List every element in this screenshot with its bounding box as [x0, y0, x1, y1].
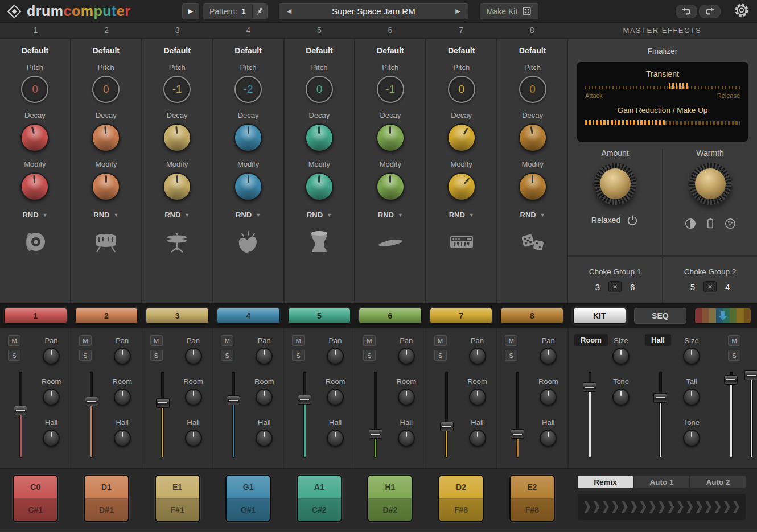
solo-button[interactable]: S: [505, 350, 517, 361]
keys-icon[interactable]: [447, 226, 476, 258]
solo-button[interactable]: S: [221, 350, 233, 361]
solo-button[interactable]: S: [79, 350, 92, 361]
mute-button[interactable]: M: [79, 335, 92, 346]
play-button[interactable]: ▶: [182, 3, 199, 19]
hall-send-knob[interactable]: [327, 430, 344, 447]
note-pad-1[interactable]: C0C#1: [13, 475, 58, 522]
hall-send-knob[interactable]: [398, 430, 415, 447]
volume-fader[interactable]: [226, 372, 241, 458]
volume-fader[interactable]: [439, 372, 454, 458]
channel-tab-2[interactable]: 2: [75, 308, 138, 324]
djembe-icon[interactable]: [305, 226, 334, 258]
room-send-knob[interactable]: [114, 389, 131, 406]
remix-pattern-display[interactable]: [578, 494, 746, 520]
solo-button[interactable]: S: [292, 350, 305, 361]
volume-fader[interactable]: [368, 372, 383, 458]
decay-knob[interactable]: [20, 123, 49, 152]
choke-1-right-value[interactable]: 6: [630, 282, 635, 292]
settings-button[interactable]: [733, 2, 750, 20]
modify-knob[interactable]: [447, 172, 476, 201]
remix-button[interactable]: Remix: [578, 476, 633, 488]
pitch-knob[interactable]: 0: [92, 76, 120, 103]
contrast-icon[interactable]: [684, 217, 697, 230]
redo-button[interactable]: [699, 5, 721, 18]
volume-fader[interactable]: [155, 372, 170, 458]
engine-preset[interactable]: Default: [519, 46, 546, 55]
snare-drum-icon[interactable]: [91, 226, 121, 258]
hall-send-knob[interactable]: [256, 430, 273, 447]
modify-knob[interactable]: [20, 172, 49, 201]
dotted-ball-icon[interactable]: [724, 217, 737, 230]
pan-knob[interactable]: [540, 348, 557, 365]
note-pad-3[interactable]: E1F#1: [155, 475, 200, 522]
rnd-dropdown[interactable]: RND▼: [164, 211, 190, 219]
engine-preset[interactable]: Default: [93, 46, 120, 55]
choke-1-clear-button[interactable]: ×: [608, 281, 622, 292]
room-send-knob[interactable]: [43, 389, 60, 406]
mute-button[interactable]: M: [434, 335, 447, 346]
master-right-fader[interactable]: [744, 372, 757, 458]
pattern-pin-button[interactable]: [252, 4, 267, 19]
room-return-header[interactable]: Room: [574, 334, 608, 346]
room-size-knob[interactable]: [612, 348, 630, 365]
channel-tab-1[interactable]: 1: [4, 308, 67, 324]
room-send-knob[interactable]: [185, 389, 202, 406]
engine-preset[interactable]: Default: [448, 46, 475, 55]
note-pad-2[interactable]: D1D#1: [84, 475, 129, 522]
modify-knob[interactable]: [305, 172, 334, 201]
channel-tab-6[interactable]: 6: [359, 308, 422, 324]
pitch-knob[interactable]: 0: [21, 76, 48, 103]
pan-knob[interactable]: [327, 348, 344, 365]
decay-knob[interactable]: [92, 123, 120, 152]
undo-button[interactable]: [676, 5, 697, 18]
rnd-dropdown[interactable]: RND▼: [520, 211, 545, 219]
decay-knob[interactable]: [447, 123, 476, 152]
engine-preset[interactable]: Default: [22, 46, 48, 55]
note-pad-4[interactable]: G1G#1: [225, 475, 271, 522]
tab-seq[interactable]: SEQ: [634, 308, 687, 324]
note-pad-8[interactable]: E2F#8: [509, 475, 555, 522]
master-mute-button[interactable]: M: [728, 335, 740, 346]
transient-meter[interactable]: [585, 83, 740, 90]
pitch-knob[interactable]: 0: [448, 76, 475, 103]
engine-preset[interactable]: Default: [163, 46, 190, 55]
rnd-dropdown[interactable]: RND▼: [236, 211, 261, 219]
decay-knob[interactable]: [163, 123, 191, 152]
choke-1-left-value[interactable]: 3: [595, 282, 600, 292]
pitch-knob[interactable]: -1: [377, 76, 404, 103]
channel-tab-5[interactable]: 5: [288, 308, 351, 324]
make-kit-button[interactable]: Make Kit: [480, 3, 538, 19]
rnd-dropdown[interactable]: RND▼: [93, 211, 118, 219]
rnd-dropdown[interactable]: RND▼: [307, 211, 332, 219]
auto-2-button[interactable]: Auto 2: [690, 476, 746, 488]
hall-send-knob[interactable]: [43, 430, 60, 447]
hall-send-knob[interactable]: [469, 430, 486, 447]
pan-knob[interactable]: [256, 348, 273, 365]
channel-tab-3[interactable]: 3: [146, 308, 209, 324]
hall-tone-knob[interactable]: [683, 430, 700, 447]
rnd-dropdown[interactable]: RND▼: [449, 211, 474, 219]
decay-knob[interactable]: [234, 123, 262, 152]
pan-knob[interactable]: [185, 348, 202, 365]
engine-preset[interactable]: Default: [306, 46, 332, 55]
preset-selector[interactable]: ◀ Super Space Jam RM ▶: [279, 3, 468, 19]
power-icon[interactable]: [626, 214, 639, 226]
pan-knob[interactable]: [469, 348, 486, 365]
hand-clap-icon[interactable]: [233, 226, 263, 258]
tab-kit[interactable]: KIT: [573, 308, 626, 324]
master-solo-button[interactable]: S: [728, 350, 740, 361]
hi-hat-icon[interactable]: [162, 226, 192, 258]
hall-tail-knob[interactable]: [683, 389, 700, 406]
modify-knob[interactable]: [234, 172, 262, 201]
mute-button[interactable]: M: [221, 335, 233, 346]
room-send-knob[interactable]: [540, 389, 557, 406]
channel-tab-4[interactable]: 4: [217, 308, 280, 324]
solo-button[interactable]: S: [434, 350, 447, 361]
solo-button[interactable]: S: [8, 350, 20, 361]
pan-knob[interactable]: [114, 348, 131, 365]
engine-preset[interactable]: Default: [377, 46, 404, 55]
rnd-dropdown[interactable]: RND▼: [22, 211, 47, 219]
solo-button[interactable]: S: [150, 350, 163, 361]
volume-fader[interactable]: [13, 372, 28, 458]
volume-fader[interactable]: [297, 372, 312, 458]
